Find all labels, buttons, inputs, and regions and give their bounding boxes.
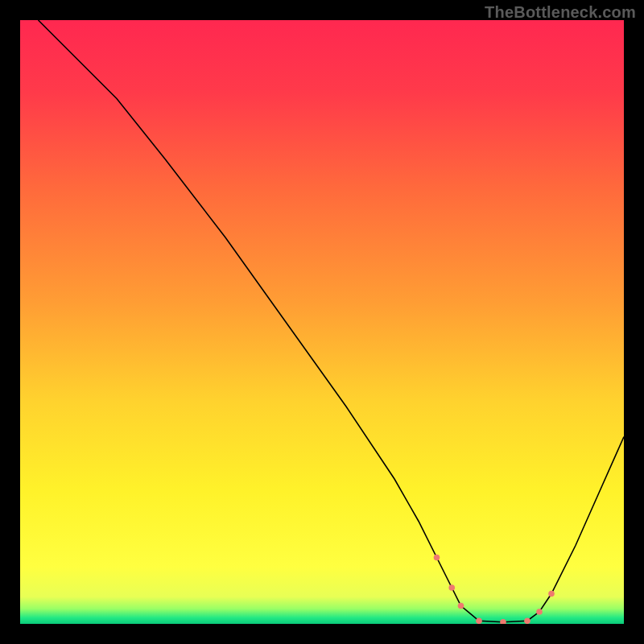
- sweet-spot-dot: [500, 619, 506, 624]
- sweet-spot-dot: [434, 555, 440, 561]
- sweet-spot-dot: [548, 591, 555, 597]
- bottleneck-curve: [39, 20, 625, 622]
- sweet-spot-dot: [536, 609, 543, 615]
- watermark-text: TheBottleneck.com: [485, 3, 636, 22]
- sweet-spot-dot: [476, 617, 482, 624]
- sweet-spot-dot: [448, 584, 455, 591]
- plot-area: [20, 20, 624, 624]
- sweet-spot-dot: [458, 603, 464, 609]
- plot-svg: [20, 20, 624, 624]
- chart-frame: TheBottleneck.com: [0, 0, 644, 644]
- sweet-spot-dot: [524, 617, 530, 624]
